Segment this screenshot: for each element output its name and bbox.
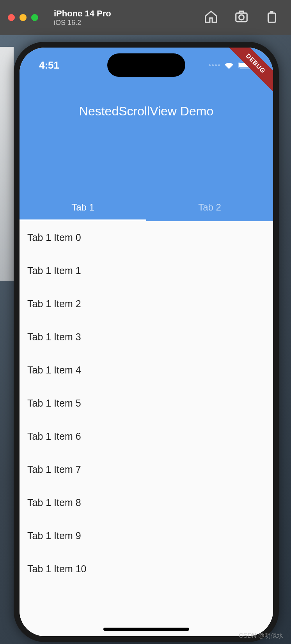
list-item[interactable]: Tab 1 Item 9 xyxy=(20,519,273,552)
desktop-background-strip xyxy=(0,47,14,281)
list-item[interactable]: Tab 1 Item 1 xyxy=(20,254,273,287)
wifi-icon xyxy=(224,61,234,69)
simulator-topbar: iPhone 14 Pro iOS 16.2 xyxy=(0,0,291,35)
simulator-os-version: iOS 16.2 xyxy=(54,19,111,27)
app-bar-title: NestedScrollView Demo xyxy=(20,104,273,119)
rotate-icon[interactable] xyxy=(264,9,279,26)
tab-label: Tab 1 xyxy=(71,202,94,213)
minimize-window-button[interactable] xyxy=(20,14,27,21)
status-bar-time: 4:51 xyxy=(39,59,59,71)
list-item[interactable]: Tab 1 Item 3 xyxy=(20,320,273,354)
list-item[interactable]: Tab 1 Item 4 xyxy=(20,354,273,387)
maximize-window-button[interactable] xyxy=(31,14,38,21)
tab-bar: Tab 1 Tab 2 xyxy=(20,194,273,221)
list-item[interactable]: Tab 1 Item 5 xyxy=(20,387,273,420)
simulator-title-block: iPhone 14 Pro iOS 16.2 xyxy=(54,9,111,27)
list-item[interactable]: Tab 1 Item 0 xyxy=(20,221,273,254)
svg-rect-2 xyxy=(268,13,276,23)
home-icon[interactable] xyxy=(204,9,218,26)
svg-point-1 xyxy=(239,15,244,20)
simulator-toolbar-icons xyxy=(204,9,283,26)
window-traffic-lights xyxy=(8,14,38,21)
tab-label: Tab 2 xyxy=(198,202,221,213)
home-indicator[interactable] xyxy=(103,628,189,631)
cellular-signal-icon xyxy=(209,64,220,66)
watermark: CSDN @明似水 xyxy=(239,632,283,640)
iphone-device-frame: DEBUG 4:51 NestedScr xyxy=(14,42,279,642)
scrollable-list[interactable]: Tab 1 Item 0 Tab 1 Item 1 Tab 1 Item 2 T… xyxy=(20,221,273,636)
list-item[interactable]: Tab 1 Item 7 xyxy=(20,453,273,486)
list-item[interactable]: Tab 1 Item 10 xyxy=(20,552,273,586)
simulator-device-name: iPhone 14 Pro xyxy=(54,9,111,19)
screenshot-icon[interactable] xyxy=(234,9,249,26)
tab-1[interactable]: Tab 1 xyxy=(20,194,146,221)
list-item[interactable]: Tab 1 Item 6 xyxy=(20,420,273,453)
iphone-screen: DEBUG 4:51 NestedScr xyxy=(20,48,273,636)
close-window-button[interactable] xyxy=(8,14,15,21)
tab-2[interactable]: Tab 2 xyxy=(146,194,273,221)
list-item[interactable]: Tab 1 Item 2 xyxy=(20,287,273,320)
dynamic-island xyxy=(107,53,185,77)
list-item[interactable]: Tab 1 Item 8 xyxy=(20,486,273,519)
